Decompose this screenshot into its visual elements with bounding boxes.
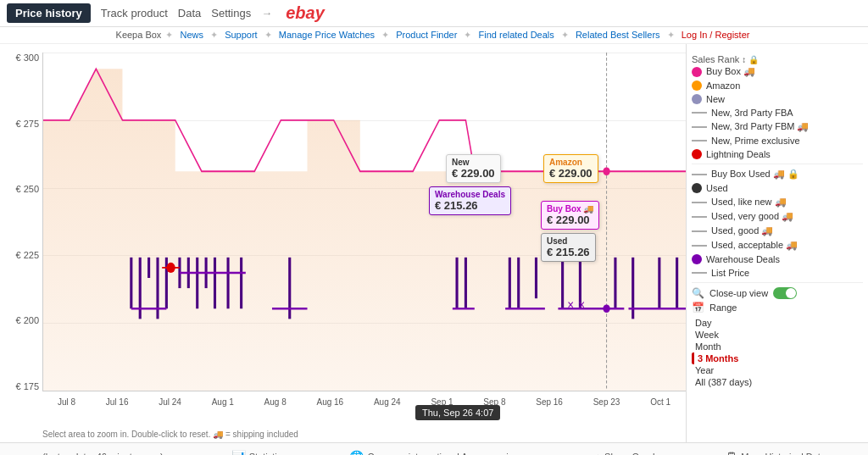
legend-amazon[interactable]: Amazon xyxy=(692,80,863,91)
x-label-sep16: Sep 16 xyxy=(536,397,563,407)
last-update: (last update: 46 minutes ago) xyxy=(42,452,163,456)
legend-used-good[interactable]: Used, good 🚚 xyxy=(692,225,863,236)
divider-2 xyxy=(692,282,863,283)
range-options: Day Week Month 3 Months Year All (387 da… xyxy=(692,317,863,388)
list-price-line xyxy=(692,272,707,274)
y-label-250: € 250 xyxy=(15,184,39,194)
nav-product-finder[interactable]: Product Finder xyxy=(396,30,457,40)
main-content: € 300 € 275 € 250 € 225 € 200 € 175 xyxy=(0,44,868,442)
keepa-brand: Keepa Box xyxy=(116,30,162,40)
chart-canvas[interactable]: ✕ ✕ New € 229.00 Amazon € 229.00 xyxy=(42,53,686,391)
warehouse-label: Warehouse Deals xyxy=(706,254,780,264)
nav-related-best-sellers[interactable]: Related Best Sellers xyxy=(576,30,660,40)
legend-list-price[interactable]: List Price xyxy=(692,268,863,278)
legend-buybox-used[interactable]: Buy Box Used 🚚 🔒 xyxy=(692,169,863,180)
buybox-label: Buy Box 🚚 xyxy=(706,66,755,77)
share-button[interactable]: ➦ Share Graph xyxy=(591,450,658,456)
amazon-dot xyxy=(692,80,702,91)
used-dot xyxy=(692,183,702,193)
used-acceptable-label: Used, acceptable 🚚 xyxy=(711,240,798,251)
data-link[interactable]: Data xyxy=(178,7,201,19)
nav-find-deals[interactable]: Find related Deals xyxy=(479,30,554,40)
y-label-275: € 275 xyxy=(15,119,39,129)
range-week[interactable]: Week xyxy=(692,329,863,341)
buybox-dot xyxy=(692,67,702,77)
header: Price history Track product Data Setting… xyxy=(0,0,868,27)
x-label-jul16: Jul 16 xyxy=(106,397,129,407)
svg-text:✕: ✕ xyxy=(567,300,574,311)
compare-button[interactable]: 🌐 Compare international Amazon prices xyxy=(349,450,522,456)
used-good-line xyxy=(692,230,707,232)
range-3months[interactable]: 3 Months xyxy=(692,352,863,364)
statistic-label: Statistic xyxy=(249,452,282,456)
nav-news[interactable]: News xyxy=(181,30,204,40)
closeup-toggle[interactable] xyxy=(773,287,797,299)
range-year[interactable]: Year xyxy=(692,364,863,376)
more-historical-button[interactable]: 🗒 More Historical Data xyxy=(726,450,826,456)
settings-link[interactable]: Settings xyxy=(211,7,251,19)
range-label: Range xyxy=(709,302,737,313)
new-dot xyxy=(692,94,702,104)
search-icon: 🔍 xyxy=(692,287,704,299)
price-history-tab[interactable]: Price history xyxy=(7,3,91,23)
statistic-button[interactable]: 📊 Statistic xyxy=(231,450,282,456)
used-label: Used xyxy=(706,183,728,193)
legend-used[interactable]: Used xyxy=(692,183,863,193)
new-3p-fba-line xyxy=(692,112,707,114)
legend-new-3p-fba[interactable]: New, 3rd Party FBA xyxy=(692,108,863,118)
nav-manage-price-watches[interactable]: Manage Price Watches xyxy=(279,30,375,40)
lightning-label: Lightning Deals xyxy=(706,149,771,159)
x-label-aug1: Aug 1 xyxy=(212,397,234,407)
footer-zoom-hint: Select area to zoom in. Double-click to … xyxy=(42,430,298,439)
last-update-text: (last update: 46 minutes ago) xyxy=(42,452,163,456)
x-label-aug8: Aug 8 xyxy=(264,397,287,407)
used-very-good-label: Used, very good 🚚 xyxy=(711,211,793,222)
new-3p-fba-label: New, 3rd Party FBA xyxy=(711,108,793,118)
closeup-label: Close-up view xyxy=(709,288,768,298)
legend-warehouse[interactable]: Warehouse Deals xyxy=(692,254,863,264)
legend-used-like-new[interactable]: Used, like new 🚚 xyxy=(692,197,863,208)
x-axis: Jul 8 Jul 16 Jul 24 Aug 1 Aug 8 Aug 16 A… xyxy=(42,393,686,410)
used-very-good-line xyxy=(692,216,707,218)
range-row: 📅 Range xyxy=(692,302,863,314)
chart-svg: ✕ ✕ xyxy=(43,53,686,391)
new-label: New xyxy=(706,94,725,104)
legend-new-3p-fbm[interactable]: New, 3rd Party FBM 🚚 xyxy=(692,121,863,132)
range-day[interactable]: Day xyxy=(692,317,863,329)
list-price-label: List Price xyxy=(711,268,749,278)
arrow-icon: → xyxy=(261,7,272,19)
legend-buybox[interactable]: Buy Box 🚚 xyxy=(692,66,863,77)
new-3p-fbm-line xyxy=(692,126,707,128)
sort-icon: ↕ xyxy=(742,55,746,64)
calendar-icon: 📅 xyxy=(692,302,704,314)
y-label-225: € 225 xyxy=(15,250,39,260)
date-tooltip: Thu, Sep 26 4:07 xyxy=(415,405,500,420)
globe-icon: 🌐 xyxy=(349,450,364,456)
used-good-label: Used, good 🚚 xyxy=(711,225,773,236)
range-all[interactable]: All (387 days) xyxy=(692,376,863,388)
track-product-link[interactable]: Track product xyxy=(101,7,168,19)
used-like-new-label: Used, like new 🚚 xyxy=(711,197,787,208)
lightning-dot xyxy=(692,149,702,159)
legend-new-prime[interactable]: New, Prime exclusive xyxy=(692,136,863,146)
nav-login[interactable]: Log In / Register xyxy=(682,30,750,40)
range-month[interactable]: Month xyxy=(692,341,863,352)
y-label-200: € 200 xyxy=(15,315,39,325)
legend-lightning[interactable]: Lightning Deals xyxy=(692,149,863,159)
y-label-300: € 300 xyxy=(15,53,39,63)
sales-rank-label: Sales Rank xyxy=(692,54,739,64)
chart-area[interactable]: € 300 € 275 € 250 € 225 € 200 € 175 xyxy=(0,44,686,442)
more-icon: 🗒 xyxy=(726,450,737,456)
sales-rank-section: Sales Rank ↕ 🔒 xyxy=(692,54,863,64)
warehouse-dot xyxy=(692,254,702,264)
new-prime-label: New, Prime exclusive xyxy=(711,136,800,146)
nav-support[interactable]: Support xyxy=(225,30,258,40)
new-prime-line xyxy=(692,140,707,141)
legend-used-acceptable[interactable]: Used, acceptable 🚚 xyxy=(692,240,863,251)
legend-used-very-good[interactable]: Used, very good 🚚 xyxy=(692,211,863,222)
chart-footer: Select area to zoom in. Double-click to … xyxy=(42,430,686,439)
legend-new[interactable]: New xyxy=(692,94,863,104)
right-panel: Sales Rank ↕ 🔒 Buy Box 🚚 Amazon New New,… xyxy=(686,44,868,442)
used-like-new-line xyxy=(692,202,707,203)
amazon-label: Amazon xyxy=(706,80,740,91)
